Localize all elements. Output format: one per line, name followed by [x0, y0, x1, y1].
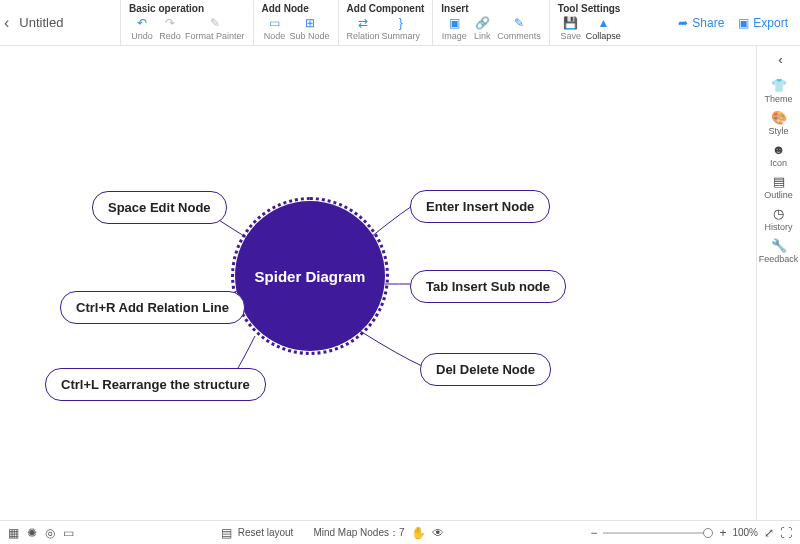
undo-button[interactable]: ↶Undo [129, 16, 155, 41]
style-label: Style [768, 126, 788, 136]
image-label: Image [442, 31, 467, 41]
relation-icon: ⇄ [358, 16, 368, 30]
title-area: ‹ Untitled [0, 0, 120, 45]
menu-group-title: Insert [441, 3, 541, 14]
redo-icon: ↷ [165, 16, 175, 30]
export-icon: ▣ [738, 16, 749, 30]
redo-label: Redo [159, 31, 181, 41]
brightness-icon[interactable]: ✺ [27, 526, 37, 540]
comments-button[interactable]: ✎Comments [497, 16, 541, 41]
menu-group-title: Basic operation [129, 3, 245, 14]
zoom-value: 100% [732, 527, 758, 538]
share-button[interactable]: ➦Share [678, 16, 724, 30]
save-label: Save [561, 31, 582, 41]
branch-enter-insert[interactable]: Enter Insert Node [410, 190, 550, 223]
summary-button[interactable]: }Summary [382, 16, 421, 41]
sidepanel-icon[interactable]: ☻Icon [759, 139, 799, 171]
menu-group-tool-settings: Tool Settings💾Save▲Collapse [549, 0, 629, 45]
menu-group-insert: Insert▣Image🔗Link✎Comments [432, 0, 549, 45]
zoom-out-button[interactable]: − [590, 526, 597, 540]
sub-node-icon: ⊞ [305, 16, 315, 30]
history-icon: ◷ [773, 206, 784, 221]
menu-group-title: Add Component [347, 3, 425, 14]
summary-label: Summary [382, 31, 421, 41]
zoom-in-button[interactable]: + [719, 526, 726, 540]
menu-group-title: Add Node [262, 3, 330, 14]
sidepanel-theme[interactable]: 👕Theme [759, 75, 799, 107]
document-title[interactable]: Untitled [19, 15, 63, 30]
sub-node-button[interactable]: ⊞Sub Node [290, 16, 330, 41]
bottom-bar: ▦ ✺ ◎ ▭ ▤ Reset layout Mind Map Nodes：7 … [0, 520, 800, 544]
style-icon: 🎨 [771, 110, 787, 125]
grid-icon[interactable]: ▦ [8, 526, 19, 540]
center-icon[interactable]: ◎ [45, 526, 55, 540]
node-icon: ▭ [269, 16, 280, 30]
center-node[interactable]: Spider Diagram [235, 201, 385, 351]
relation-button[interactable]: ⇄Relation [347, 16, 380, 41]
fit-icon[interactable]: ⤢ [764, 526, 774, 540]
menu-group-add-component: Add Component⇄Relation}Summary [338, 0, 433, 45]
feedback-icon: 🔧 [771, 238, 787, 253]
collapse-icon: ▲ [597, 16, 609, 30]
history-label: History [764, 222, 792, 232]
top-toolbar: ‹ Untitled Basic operation↶Undo↷Redo✎For… [0, 0, 800, 46]
menu-group-add-node: Add Node▭Node⊞Sub Node [253, 0, 338, 45]
undo-label: Undo [131, 31, 153, 41]
icon-label: Icon [770, 158, 787, 168]
format-painter-label: Format Painter [185, 31, 245, 41]
summary-icon: } [399, 16, 403, 30]
icon-icon: ☻ [772, 142, 786, 157]
format-painter-button[interactable]: ✎Format Painter [185, 16, 245, 41]
right-actions: ➦Share ▣Export [678, 0, 800, 45]
theme-label: Theme [764, 94, 792, 104]
reset-layout-button[interactable]: Reset layout [238, 527, 294, 538]
zoom-thumb[interactable] [703, 528, 713, 538]
sidepanel-style[interactable]: 🎨Style [759, 107, 799, 139]
branch-del-delete[interactable]: Del Delete Node [420, 353, 551, 386]
save-icon: 💾 [563, 16, 578, 30]
collapse-panel-icon[interactable]: ‹‹ [778, 52, 779, 67]
side-panel: ‹‹ 👕Theme🎨Style☻Icon▤Outline◷History🔧Fee… [756, 46, 800, 520]
collapse-button[interactable]: ▲Collapse [586, 16, 621, 41]
outline-icon: ▤ [773, 174, 785, 189]
hand-icon[interactable]: ✋ [411, 526, 426, 540]
back-icon[interactable]: ‹ [4, 14, 9, 32]
mindmap-canvas[interactable]: Spider Diagram Space Edit NodeCtrl+R Add… [0, 46, 756, 520]
menu-group-basic-operation: Basic operation↶Undo↷Redo✎Format Painter [120, 0, 253, 45]
image-button[interactable]: ▣Image [441, 16, 467, 41]
branch-tab-insert[interactable]: Tab Insert Sub node [410, 270, 566, 303]
link-button[interactable]: 🔗Link [469, 16, 495, 41]
present-icon[interactable]: ▭ [63, 526, 74, 540]
node-button[interactable]: ▭Node [262, 16, 288, 41]
sidepanel-outline[interactable]: ▤Outline [759, 171, 799, 203]
feedback-label: Feedback [759, 254, 799, 264]
bottom-left-tools: ▦ ✺ ◎ ▭ [8, 526, 74, 540]
sidepanel-history[interactable]: ◷History [759, 203, 799, 235]
save-button[interactable]: 💾Save [558, 16, 584, 41]
share-icon: ➦ [678, 16, 688, 30]
node-label: Node [264, 31, 286, 41]
menu-group-title: Tool Settings [558, 3, 621, 14]
link-label: Link [474, 31, 491, 41]
zoom-slider[interactable] [603, 532, 713, 534]
fullscreen-icon[interactable]: ⛶ [780, 526, 792, 540]
relation-label: Relation [347, 31, 380, 41]
outline-label: Outline [764, 190, 793, 200]
layout-icon[interactable]: ▤ [221, 526, 232, 540]
branch-space-edit[interactable]: Space Edit Node [92, 191, 227, 224]
redo-button[interactable]: ↷Redo [157, 16, 183, 41]
image-icon: ▣ [449, 16, 460, 30]
export-button[interactable]: ▣Export [738, 16, 788, 30]
sub-node-label: Sub Node [290, 31, 330, 41]
comments-icon: ✎ [514, 16, 524, 30]
menu-groups: Basic operation↶Undo↷Redo✎Format Painter… [120, 0, 678, 45]
format-painter-icon: ✎ [210, 16, 220, 30]
link-icon: 🔗 [475, 16, 490, 30]
undo-icon: ↶ [137, 16, 147, 30]
bottom-center: ▤ Reset layout Mind Map Nodes：7 ✋ 👁 [221, 526, 444, 540]
eye-icon[interactable]: 👁 [432, 526, 444, 540]
branch-ctrl-r[interactable]: Ctrl+R Add Relation Line [60, 291, 245, 324]
sidepanel-feedback[interactable]: 🔧Feedback [759, 235, 799, 267]
branch-ctrl-l[interactable]: Ctrl+L Rearrange the structure [45, 368, 266, 401]
comments-label: Comments [497, 31, 541, 41]
